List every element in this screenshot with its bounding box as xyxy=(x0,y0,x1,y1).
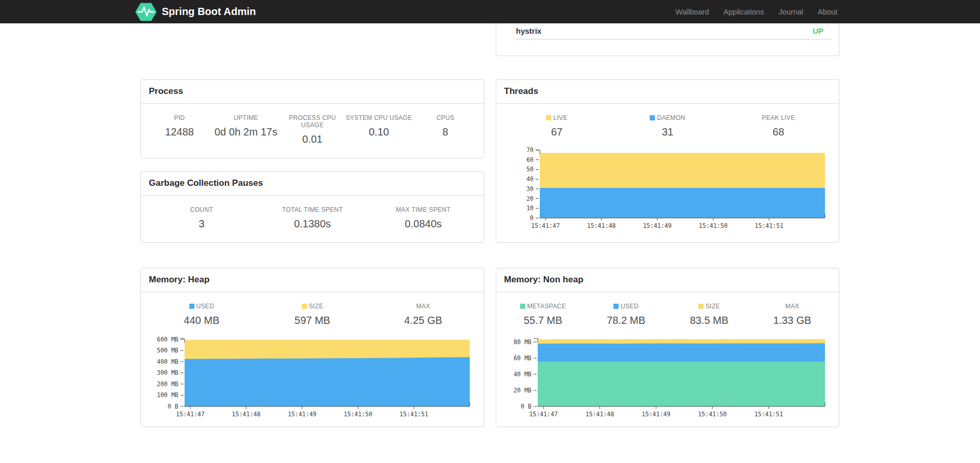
application-name: hystrix xyxy=(516,26,541,35)
stat-value: 0.10 xyxy=(346,126,412,138)
stat-value: 3 xyxy=(146,218,257,230)
stat-value: 4.25 GB xyxy=(368,315,479,326)
stat: MAX 1.33 GB xyxy=(751,303,834,326)
svg-text:0 B: 0 B xyxy=(521,403,531,410)
stat-label: MAX xyxy=(416,303,430,310)
stat-value: 78.2 MB xyxy=(584,315,667,326)
legend-swatch-icon xyxy=(546,115,551,120)
svg-text:15:41:49: 15:41:49 xyxy=(642,411,670,418)
row-divider xyxy=(516,39,831,39)
legend-swatch-icon xyxy=(650,115,655,120)
stat: USED 78.2 MB xyxy=(584,303,667,326)
stat-label: METASPACE xyxy=(527,303,566,310)
stat: SIZE 83.5 MB xyxy=(668,303,751,326)
legend-swatch-icon xyxy=(189,304,194,309)
heap-stats: USED 440 MB SIZE 597 MB xyxy=(146,303,479,326)
legend-swatch-icon xyxy=(613,304,619,309)
nonheap-stats: METASPACE 55.7 MB USED 78.2 MB xyxy=(501,303,834,326)
svg-text:20 MB: 20 MB xyxy=(513,387,531,394)
svg-text:15:41:49: 15:41:49 xyxy=(288,411,316,418)
stat-value: 31 xyxy=(612,126,723,138)
svg-text:30: 30 xyxy=(526,185,534,193)
svg-text:15:41:48: 15:41:48 xyxy=(232,411,260,418)
svg-text:300 MB: 300 MB xyxy=(157,369,178,376)
memory-nonheap-card: Memory: Non heap METASPACE 55.7 MB xyxy=(496,268,839,427)
svg-text:15:41:51: 15:41:51 xyxy=(400,411,428,418)
stat: PEAK LIVE 68 xyxy=(723,114,834,138)
svg-text:15:41:48: 15:41:48 xyxy=(587,222,615,229)
svg-text:20: 20 xyxy=(526,195,534,202)
nav-link[interactable]: Journal xyxy=(772,8,811,16)
svg-text:15:41:49: 15:41:49 xyxy=(643,222,671,229)
stat: PROCESS CPU USAGE 0.01 xyxy=(279,114,345,145)
stat-value: 440 MB xyxy=(146,315,257,326)
nav-link[interactable]: Wallboard xyxy=(668,8,717,16)
process-card: Process PID 12488 xyxy=(141,79,484,158)
svg-text:60 MB: 60 MB xyxy=(513,355,531,362)
svg-text:50: 50 xyxy=(526,166,534,173)
stat: MAX 4.25 GB xyxy=(368,303,479,326)
threads-chart: 01020304050607015:41:4715:41:4815:41:491… xyxy=(508,146,828,232)
stat: MAX TIME SPENT 0.0840s xyxy=(368,206,479,230)
stat-value: 1.33 GB xyxy=(751,315,834,326)
stat-value: 0.0840s xyxy=(368,218,479,230)
stat-value: 67 xyxy=(501,126,612,138)
svg-text:0 B: 0 B xyxy=(167,403,178,410)
svg-text:10: 10 xyxy=(526,205,534,212)
memory-heap-card: Memory: Heap USED 440 MB xyxy=(141,268,484,427)
stat: TOTAL TIME SPENT 0.1380s xyxy=(257,206,368,230)
svg-text:15:41:47: 15:41:47 xyxy=(176,411,204,418)
svg-text:40 MB: 40 MB xyxy=(513,371,531,378)
stat-label: USED xyxy=(621,303,639,310)
stat-label: PID xyxy=(174,114,185,121)
svg-text:200 MB: 200 MB xyxy=(157,380,178,388)
nav-link[interactable]: Applications xyxy=(716,8,771,16)
stat-value: 12488 xyxy=(146,126,213,138)
stat-label: SIZE xyxy=(706,303,720,310)
svg-text:15:41:51: 15:41:51 xyxy=(754,411,783,418)
memory-heap-chart: 0 B100 MB200 MB300 MB400 MB500 MB600 MB1… xyxy=(152,335,472,420)
stat: METASPACE 55.7 MB xyxy=(501,303,584,326)
svg-text:40: 40 xyxy=(526,175,534,183)
stat-label: CPUS xyxy=(437,114,455,121)
applications-status-card: hystrix UP xyxy=(496,23,839,56)
process-stats: PID 12488 UPTIME 0d 0h 2m 17s xyxy=(146,114,479,145)
stat-value: 83.5 MB xyxy=(668,315,751,326)
gc-card-title: Garbage Collection Pauses xyxy=(141,172,484,196)
stat-label: SYSTEM CPU USAGE xyxy=(346,114,412,121)
stat-label: USED xyxy=(197,303,215,310)
threads-stats: LIVE 67 DAEMON 31 xyxy=(501,114,834,138)
stat-value: 68 xyxy=(723,126,834,138)
svg-text:0: 0 xyxy=(530,214,534,222)
gc-stats: COUNT 3 TOTAL TIME SPENT 0.1380s xyxy=(146,206,479,230)
stat-label: PROCESS CPU USAGE xyxy=(279,114,345,129)
stat: USED 440 MB xyxy=(146,303,257,326)
svg-text:500 MB: 500 MB xyxy=(157,347,178,354)
svg-text:15:41:50: 15:41:50 xyxy=(699,222,727,229)
application-row-hystrix[interactable]: hystrix UP xyxy=(496,23,839,39)
stat-label: SIZE xyxy=(309,303,324,310)
pulse-hexagon-logo-icon xyxy=(135,2,157,22)
svg-text:15:41:51: 15:41:51 xyxy=(755,222,783,229)
stat: SIZE 597 MB xyxy=(257,303,368,326)
legend-swatch-icon xyxy=(302,304,307,309)
stat-value: 0.1380s xyxy=(257,218,368,230)
svg-text:100 MB: 100 MB xyxy=(157,391,178,399)
stat: UPTIME 0d 0h 2m 17s xyxy=(213,114,279,145)
nav-link[interactable]: About xyxy=(810,8,845,16)
stat-value: 0.01 xyxy=(279,133,345,145)
stat: COUNT 3 xyxy=(146,206,257,230)
stat-label: MAX TIME SPENT xyxy=(396,206,451,213)
threads-card-title: Threads xyxy=(496,80,839,104)
stat-value: 8 xyxy=(412,126,479,138)
brand-title: Spring Boot Admin xyxy=(162,6,256,18)
process-card-title: Process xyxy=(141,80,484,104)
status-badge: UP xyxy=(813,26,823,35)
stat: SYSTEM CPU USAGE 0.10 xyxy=(346,114,412,145)
svg-text:600 MB: 600 MB xyxy=(157,336,178,343)
stat-label: LIVE xyxy=(553,114,567,121)
brand[interactable]: Spring Boot Admin xyxy=(135,2,256,22)
stat-label: TOTAL TIME SPENT xyxy=(282,206,343,213)
svg-text:15:41:47: 15:41:47 xyxy=(529,411,557,418)
stat: CPUS 8 xyxy=(412,114,479,145)
